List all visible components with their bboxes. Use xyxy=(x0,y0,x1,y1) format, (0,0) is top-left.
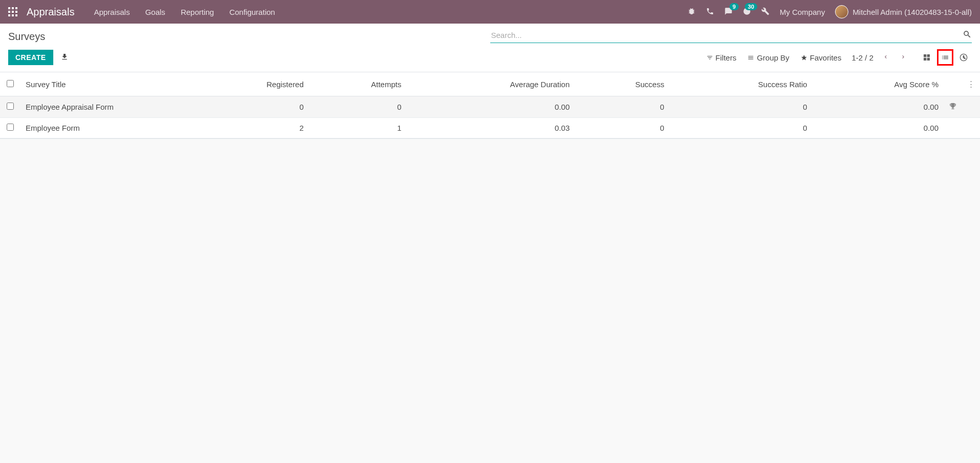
trophy-icon[interactable] xyxy=(944,96,962,118)
svg-rect-2 xyxy=(15,7,17,9)
nav-menu: Appraisals Goals Reporting Configuration xyxy=(94,8,275,16)
svg-rect-7 xyxy=(12,14,14,16)
view-kanban-button[interactable] xyxy=(919,49,935,66)
phone-icon[interactable] xyxy=(706,7,714,17)
cell-title: Employee Appraisal Form xyxy=(20,96,195,118)
nav-menu-appraisals[interactable]: Appraisals xyxy=(94,8,130,16)
pager-value[interactable]: 1-2 / 2 xyxy=(851,53,873,62)
svg-rect-6 xyxy=(8,14,10,16)
col-header-avg-duration[interactable]: Average Duration xyxy=(406,72,575,96)
optional-columns-button[interactable]: ⋮ xyxy=(962,72,980,96)
create-button[interactable]: CREATE xyxy=(8,50,53,65)
cell-registered: 2 xyxy=(195,118,309,138)
activities-icon[interactable]: 30 xyxy=(743,7,751,17)
tools-icon[interactable] xyxy=(761,7,769,17)
pager: 1-2 / 2 xyxy=(851,51,908,64)
cell-registered: 0 xyxy=(195,96,309,118)
control-panel: Surveys CREATE Filters Group By xyxy=(0,24,980,72)
col-header-attempts[interactable]: Attempts xyxy=(309,72,407,96)
pager-next[interactable] xyxy=(898,51,908,64)
table-row[interactable]: Employee Form 2 1 0.03 0 0 0.00 xyxy=(0,118,980,138)
view-activity-button[interactable] xyxy=(955,49,972,66)
cell-title: Employee Form xyxy=(20,118,195,138)
search-icon[interactable] xyxy=(963,30,972,41)
apps-grid-icon[interactable] xyxy=(8,7,17,16)
survey-table: Survey Title Registered Attempts Average… xyxy=(0,72,980,139)
activities-badge: 30 xyxy=(745,3,757,10)
cell-avg-duration: 0.03 xyxy=(406,118,575,138)
import-button[interactable] xyxy=(60,53,69,63)
nav-menu-reporting[interactable]: Reporting xyxy=(181,8,214,16)
svg-rect-0 xyxy=(8,7,10,9)
row-checkbox[interactable] xyxy=(7,124,14,131)
cell-success: 0 xyxy=(575,96,670,118)
messages-badge: 9 xyxy=(729,3,739,10)
pager-prev[interactable] xyxy=(881,51,891,64)
page-title: Surveys xyxy=(8,29,45,43)
messages-icon[interactable]: 9 xyxy=(724,7,733,17)
svg-rect-3 xyxy=(8,11,10,13)
cell-avg-score: 0.00 xyxy=(812,96,944,118)
nav-menu-configuration[interactable]: Configuration xyxy=(230,8,275,16)
svg-rect-9 xyxy=(924,54,926,57)
table-row[interactable]: Employee Appraisal Form 0 0 0.00 0 0 0.0… xyxy=(0,96,980,118)
select-all-checkbox[interactable] xyxy=(7,80,14,87)
cell-avg-score: 0.00 xyxy=(812,118,944,138)
top-navbar: Appraisals Appraisals Goals Reporting Co… xyxy=(0,0,980,24)
favorites-button[interactable]: Favorites xyxy=(801,53,842,62)
cell-success-ratio: 0 xyxy=(670,96,812,118)
avatar xyxy=(835,5,848,18)
svg-rect-11 xyxy=(924,58,926,61)
filters-button[interactable]: Filters xyxy=(706,53,737,62)
favorites-label: Favorites xyxy=(810,53,842,62)
cell-avg-duration: 0.00 xyxy=(406,96,575,118)
row-checkbox[interactable] xyxy=(7,103,14,110)
svg-rect-4 xyxy=(12,11,14,13)
app-title[interactable]: Appraisals xyxy=(27,6,74,18)
col-header-title[interactable]: Survey Title xyxy=(20,72,195,96)
cell-attempts: 0 xyxy=(309,96,407,118)
svg-rect-1 xyxy=(12,7,14,9)
groupby-button[interactable]: Group By xyxy=(747,53,789,62)
svg-rect-10 xyxy=(927,54,930,57)
search-input[interactable] xyxy=(490,29,972,43)
groupby-label: Group By xyxy=(757,53,789,62)
nav-menu-goals[interactable]: Goals xyxy=(145,8,165,16)
svg-rect-5 xyxy=(15,11,17,13)
debug-icon[interactable] xyxy=(687,7,696,17)
col-header-registered[interactable]: Registered xyxy=(195,72,309,96)
user-name: Mitchell Admin (14020483-15-0-all) xyxy=(852,8,972,16)
svg-rect-12 xyxy=(927,58,930,61)
view-list-button[interactable] xyxy=(937,49,953,66)
cell-success: 0 xyxy=(575,118,670,138)
col-header-avg-score[interactable]: Avg Score % xyxy=(812,72,944,96)
user-menu[interactable]: Mitchell Admin (14020483-15-0-all) xyxy=(835,5,972,18)
col-header-success[interactable]: Success xyxy=(575,72,670,96)
filters-label: Filters xyxy=(716,53,737,62)
cell-attempts: 1 xyxy=(309,118,407,138)
cell-success-ratio: 0 xyxy=(670,118,812,138)
svg-rect-8 xyxy=(15,14,17,16)
company-selector[interactable]: My Company xyxy=(780,8,825,16)
col-header-success-ratio[interactable]: Success Ratio xyxy=(670,72,812,96)
